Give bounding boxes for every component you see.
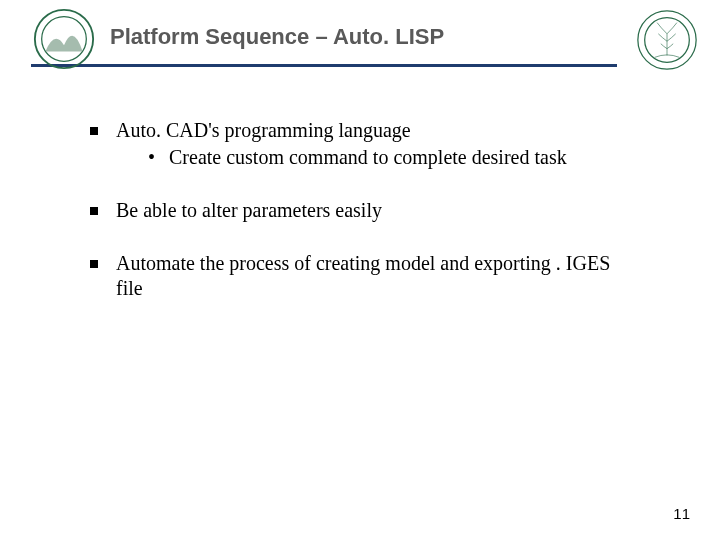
bullet-level1: Be able to alter parameters easily [90,198,630,223]
svg-point-0 [35,10,93,68]
bullet-level2: • Create custom command to complete desi… [148,145,630,170]
seal-left-icon [33,8,95,70]
bullet-text: Automate the process of creating model a… [116,252,610,299]
bullet-level1: Auto. CAD's programming language • Creat… [90,118,630,170]
square-bullet-icon [90,260,98,268]
dot-bullet-icon: • [148,145,155,170]
square-bullet-icon [90,127,98,135]
page-number: 11 [673,505,690,522]
slide-body: Auto. CAD's programming language • Creat… [90,118,630,301]
svg-point-1 [42,17,87,62]
title-underline [31,64,617,67]
slide-header: Platform Sequence – Auto. LISP [0,18,720,88]
bullet-level1: Automate the process of creating model a… [90,251,630,301]
seal-right-icon [636,9,698,71]
square-bullet-icon [90,207,98,215]
bullet-text: Be able to alter parameters easily [116,199,382,221]
bullet-text: Auto. CAD's programming language [116,119,411,141]
slide: Platform Sequence – Auto. LISP [0,0,720,540]
slide-title: Platform Sequence – Auto. LISP [110,24,444,50]
bullet-text: Create custom command to complete desire… [169,145,567,170]
